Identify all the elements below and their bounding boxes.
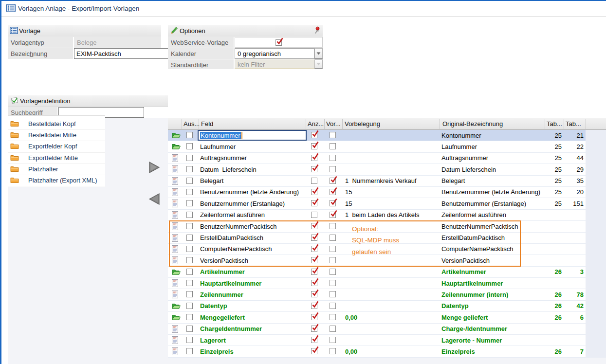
folder-item[interactable]: Exportfelder Kopf <box>8 141 105 152</box>
pin-icon[interactable] <box>314 26 321 36</box>
vorbelegung-checkbox[interactable] <box>330 143 336 149</box>
anzeigen-checkbox-checked[interactable] <box>311 155 317 161</box>
aus-checkbox[interactable] <box>186 235 193 241</box>
folder-item[interactable]: Exportfelder Mitte <box>8 152 105 164</box>
anzeigen-checkbox-checked[interactable] <box>311 200 317 206</box>
anzeigen-checkbox-checked[interactable] <box>311 326 317 332</box>
anzeigen-checkbox-checked[interactable] <box>311 280 317 286</box>
table-row[interactable]: Belegart1 Nummernkreis VerkaufBelegart25… <box>168 176 586 187</box>
anzeigen-checkbox-checked[interactable] <box>311 303 317 309</box>
anzeigen-checkbox-checked[interactable] <box>311 132 317 138</box>
anzeigen-checkbox-checked[interactable] <box>311 257 317 263</box>
column-header[interactable]: Tab... <box>547 120 562 127</box>
folder-item[interactable]: Platzhalter <box>8 164 105 175</box>
column-header[interactable]: Tab... <box>566 120 581 127</box>
vorbelegung-checkbox[interactable] <box>330 235 336 241</box>
webservice-checkbox[interactable] <box>275 39 282 46</box>
anzeigen-checkbox-checked[interactable] <box>311 291 317 297</box>
aus-checkbox[interactable] <box>186 348 193 354</box>
aus-checkbox[interactable] <box>186 303 193 309</box>
anzeigen-checkbox[interactable] <box>311 178 317 184</box>
aus-checkbox[interactable] <box>186 200 193 206</box>
vorbelegung-checkbox[interactable] <box>330 291 336 297</box>
aus-checkbox[interactable] <box>186 291 193 297</box>
folder-item[interactable]: Bestelldatei Mitte <box>8 129 105 141</box>
table-row[interactable]: KontonummerKontonummer2521 <box>168 130 586 141</box>
aus-checkbox[interactable] <box>186 246 193 252</box>
anzeigen-checkbox-checked[interactable] <box>311 223 317 229</box>
table-row[interactable]: Benutzernummer (Erstanlage)15Benutzernum… <box>168 198 586 209</box>
vorbelegung-checkbox[interactable] <box>330 257 336 263</box>
vorbelegung-checkbox-checked[interactable] <box>330 178 336 184</box>
anzeigen-checkbox[interactable] <box>311 212 317 218</box>
aus-checkbox[interactable] <box>186 314 193 320</box>
table-row[interactable]: ComputerNamePacktischComputerNamePacktis… <box>168 244 586 255</box>
table-row[interactable]: Datum_LieferscheinDatum Lieferschein2529 <box>168 164 586 175</box>
aus-checkbox[interactable] <box>186 337 193 343</box>
aus-checkbox[interactable] <box>186 143 193 149</box>
column-header[interactable]: Aus... <box>184 120 200 127</box>
vorbelegung-checkbox[interactable] <box>330 223 336 229</box>
table-row[interactable]: ChargeIdentnummerCharge-/Identnummer <box>168 324 586 335</box>
table-row[interactable]: DatentypDatentyp2642 <box>168 301 586 312</box>
vorbelegung-checkbox[interactable] <box>330 246 336 252</box>
anzeigen-checkbox-checked[interactable] <box>311 246 317 252</box>
column-header[interactable]: Vor... <box>326 120 341 127</box>
table-row[interactable]: AuftragsnummerAuftragsnummer2544 <box>168 153 586 164</box>
anzeigen-checkbox-checked[interactable] <box>311 235 317 241</box>
aus-checkbox[interactable] <box>186 257 193 263</box>
vorbelegung-checkbox[interactable] <box>330 132 336 138</box>
column-header[interactable]: Vorbelegung <box>345 120 380 127</box>
aus-checkbox[interactable] <box>186 132 193 138</box>
table-row[interactable]: ErstellDatumPacktischErstellDatumPacktis… <box>168 233 586 244</box>
anzeigen-checkbox-checked[interactable] <box>311 166 317 172</box>
anzeigen-checkbox-checked[interactable] <box>311 269 317 275</box>
table-row[interactable]: LagerortLagerorte - Nummer <box>168 335 586 346</box>
table-row[interactable]: HauptartikelnummerHauptartikelnummer <box>168 278 586 289</box>
aus-checkbox[interactable] <box>186 189 193 195</box>
column-header[interactable]: Original-Bezeichnung <box>442 120 503 127</box>
folder-item[interactable]: Platzhalter (Export XML) <box>8 175 105 186</box>
kalender-dropdown-button[interactable] <box>314 48 323 59</box>
table-row[interactable]: LaufnummerLaufnummer2522 <box>168 141 586 152</box>
aus-checkbox[interactable] <box>186 223 193 229</box>
aus-checkbox[interactable] <box>186 178 193 184</box>
aus-checkbox[interactable] <box>186 155 193 161</box>
vorbelegung-checkbox[interactable] <box>330 155 336 161</box>
move-right-button[interactable] <box>147 161 161 174</box>
vorbelegung-checkbox[interactable] <box>330 166 336 172</box>
table-row[interactable]: Mengegeliefert0,00Menge geliefert266 <box>168 312 586 323</box>
feld-edit-cell[interactable]: Kontonummer <box>198 130 307 141</box>
vorbelegung-checkbox[interactable] <box>330 337 336 343</box>
table-row[interactable]: ZeilennummerZeilennummer (intern)2678 <box>168 289 586 300</box>
aus-checkbox[interactable] <box>186 166 193 172</box>
vorbelegung-checkbox-checked[interactable] <box>330 189 336 195</box>
column-header[interactable]: Feld <box>201 120 213 127</box>
aus-checkbox[interactable] <box>186 326 193 332</box>
table-row[interactable]: VersionPacktischVersionPacktisch <box>168 255 586 266</box>
anzeigen-checkbox-checked[interactable] <box>311 314 317 320</box>
move-left-button[interactable] <box>147 193 161 205</box>
vorbelegung-checkbox-checked[interactable] <box>330 212 336 218</box>
vorbelegung-checkbox[interactable] <box>330 280 336 286</box>
folder-item[interactable]: Bestelldatei Kopf <box>8 118 105 130</box>
table-row[interactable]: Einzelpreis0,00Einzelpreis267 <box>168 346 586 357</box>
table-row[interactable]: BenutzerNummerPacktischBenutzerNummerPac… <box>168 221 586 232</box>
anzeigen-checkbox-checked[interactable] <box>311 337 317 343</box>
aus-checkbox[interactable] <box>186 212 193 218</box>
column-header[interactable]: Anz... <box>308 120 324 127</box>
vorbelegung-checkbox[interactable] <box>330 314 336 320</box>
aus-checkbox[interactable] <box>186 269 193 275</box>
anzeigen-checkbox-checked[interactable] <box>311 189 317 195</box>
table-row[interactable]: ArtikelnummerArtikelnummer263 <box>168 267 586 278</box>
vorbelegung-checkbox[interactable] <box>330 326 336 332</box>
table-row[interactable]: Zeilenformel ausführen1 beim Laden des A… <box>168 210 586 221</box>
table-row[interactable]: Benutzernummer (letzte Änderung)15Benutz… <box>168 187 586 198</box>
aus-checkbox[interactable] <box>186 280 193 286</box>
bezeichnung-input[interactable] <box>74 48 174 59</box>
vorbelegung-checkbox[interactable] <box>330 269 336 275</box>
anzeigen-checkbox-checked[interactable] <box>311 348 317 354</box>
vorbelegung-checkbox[interactable] <box>330 348 336 354</box>
vorbelegung-checkbox-checked[interactable] <box>330 200 336 206</box>
anzeigen-checkbox-checked[interactable] <box>311 143 317 149</box>
